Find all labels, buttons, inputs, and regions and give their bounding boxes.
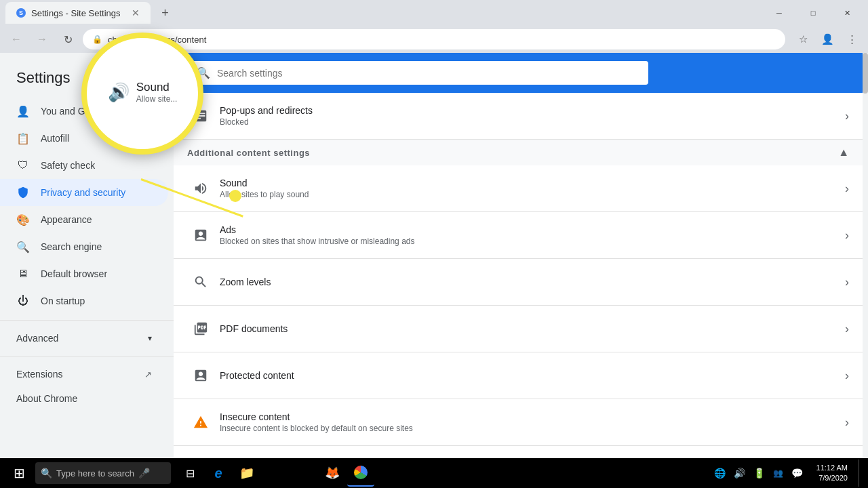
popups-redirects-item[interactable]: Pop-ups and redirects Blocked › [174, 93, 863, 140]
start-button[interactable]: ⊞ [5, 460, 33, 487]
minimize-button[interactable]: ─ [764, 2, 795, 24]
insecure-content-icon [187, 409, 214, 436]
protected-content-text: Protected content [214, 370, 845, 381]
ads-item[interactable]: Ads Blocked on sites that show intrusive… [174, 212, 863, 259]
tooltip-dot [229, 190, 241, 202]
zoom-icon [187, 268, 214, 296]
search-engine-icon: 🔍 [16, 240, 30, 253]
zoom-arrow: › [845, 275, 849, 289]
extensions-label: Extensions [16, 369, 62, 380]
store-button[interactable]: 🛍 [262, 460, 289, 487]
search-settings-input[interactable] [217, 68, 639, 79]
pdf-documents-item[interactable]: PDF documents › [174, 306, 863, 352]
scrollbar-track[interactable] [863, 53, 868, 458]
tab-close-icon[interactable]: ✕ [132, 7, 140, 18]
forward-button[interactable]: → [31, 28, 53, 50]
sidebar-item-about-chrome[interactable]: About Chrome [0, 386, 168, 411]
pdf-arrow: › [845, 322, 849, 336]
advanced-expand[interactable]: Advanced ▾ [0, 326, 168, 350]
search-settings-bar[interactable]: 🔍 [187, 61, 648, 85]
ads-arrow: › [845, 228, 849, 243]
sidebar-item-privacy-security[interactable]: Privacy and security [0, 179, 168, 206]
taskbar-mic-icon[interactable]: 🎤 [138, 468, 150, 479]
window-controls: ─ □ ✕ [764, 2, 863, 24]
active-tab[interactable]: S Settings - Site Settings ✕ [5, 2, 151, 24]
sound-subtitle: Allow sites to play sound [220, 190, 845, 199]
tooltip-sound-icon: 🔊 [108, 82, 130, 103]
profile-button[interactable]: 👤 [816, 28, 838, 50]
protected-content-icon [187, 362, 214, 389]
sound-item[interactable]: Sound Allow sites to play sound › [174, 165, 863, 212]
bookmark-button[interactable]: ☆ [792, 28, 814, 50]
browser-frame: S Settings - Site Settings ✕ + ─ □ ✕ ← →… [0, 0, 868, 488]
tab-favicon: S [16, 8, 26, 18]
safety-check-icon: 🛡 [16, 159, 30, 172]
popups-text: Pop-ups and redirects Blocked [214, 105, 845, 127]
zoom-title: Zoom levels [220, 277, 845, 287]
menu-button[interactable]: ⋮ [841, 28, 863, 50]
sound-title: Sound [220, 178, 845, 188]
tooltip-circle: 🔊 Sound Allow site... [81, 33, 203, 155]
sidebar-label-privacy-security: Privacy and security [41, 187, 125, 198]
taskbar: ⊞ 🔍 Type here to search 🎤 ⊟ e 📁 🛍 ✉ [0, 458, 868, 488]
sidebar-label-default-browser: Default browser [41, 268, 107, 279]
taskbar-date: 7/9/2020 [816, 473, 848, 483]
additional-content-header[interactable]: Additional content settings ▲ [174, 140, 863, 165]
sidebar-divider [0, 320, 174, 321]
chrome-button[interactable] [347, 460, 374, 487]
refresh-button[interactable]: ↻ [57, 28, 79, 50]
tooltip-overlay: 🔊 Sound Allow site... [81, 33, 203, 155]
taskbar-apps: ⊟ e 📁 🛍 ✉ 🦊 [176, 460, 374, 487]
scrollbar-thumb[interactable] [863, 53, 868, 94]
file-explorer-button[interactable]: 📁 [233, 460, 260, 487]
ads-subtitle: Blocked on sites that show intrusive or … [220, 237, 845, 246]
sidebar-item-on-startup[interactable]: ⏻ On startup [0, 287, 168, 314]
action-center-icon[interactable]: 💬 [789, 466, 806, 480]
task-view-button[interactable]: ⊟ [176, 460, 203, 487]
protected-content-item[interactable]: Protected content › [174, 352, 863, 399]
sidebar-item-search-engine[interactable]: 🔍 Search engine [0, 233, 168, 260]
sidebar-label-autofill: Autofill [41, 133, 69, 144]
advanced-arrow: ▾ [148, 333, 152, 343]
battery-icon[interactable]: 🔋 [751, 466, 768, 480]
tooltip-content: 🔊 Sound Allow site... [101, 74, 184, 113]
firefox-button[interactable]: 🦊 [319, 460, 346, 487]
notification-icon[interactable]: 👥 [770, 467, 786, 479]
new-tab-button[interactable]: + [156, 3, 175, 22]
privacy-security-icon [16, 186, 30, 199]
sidebar-label-safety-check: Safety check [41, 160, 95, 171]
store-icon: 🛍 [269, 466, 281, 481]
insecure-content-text: Insecure content Insecure content is blo… [214, 411, 845, 433]
taskbar-search-bar[interactable]: 🔍 Type here to search 🎤 [35, 462, 171, 484]
volume-icon[interactable]: 🔊 [731, 466, 748, 480]
sidebar-divider-2 [0, 356, 174, 357]
about-chrome-label: About Chrome [16, 393, 77, 404]
maximize-button[interactable]: □ [797, 2, 829, 24]
sidebar-item-extensions[interactable]: Extensions ↗ [0, 362, 168, 386]
close-button[interactable]: ✕ [831, 2, 863, 24]
task-view-icon: ⊟ [186, 467, 195, 480]
insecure-content-subtitle: Insecure content is blocked by default o… [220, 424, 845, 433]
taskbar-sys-icons: 🌐 🔊 🔋 👥 💬 [711, 466, 806, 480]
default-browser-icon: 🖥 [16, 267, 30, 281]
settings-list: Pop-ups and redirects Blocked › Addition… [174, 93, 863, 446]
sidebar-item-appearance[interactable]: 🎨 Appearance [0, 206, 168, 233]
insecure-content-item[interactable]: Insecure content Insecure content is blo… [174, 399, 863, 446]
zoom-levels-item[interactable]: Zoom levels › [174, 259, 863, 306]
edge-button[interactable]: e [205, 460, 232, 487]
start-icon: ⊞ [14, 465, 25, 481]
network-icon[interactable]: 🌐 [711, 466, 728, 480]
taskbar-clock[interactable]: 11:12 AM 7/9/2020 [811, 463, 853, 484]
insecure-content-arrow: › [845, 415, 849, 430]
protected-content-arrow: › [845, 369, 849, 383]
sidebar-item-default-browser[interactable]: 🖥 Default browser [0, 260, 168, 287]
sound-arrow: › [845, 182, 849, 196]
back-button[interactable]: ← [5, 28, 27, 50]
sidebar-item-safety-check[interactable]: 🛡 Safety check [0, 152, 168, 179]
advanced-label: Advanced [16, 333, 58, 344]
show-desktop-button[interactable] [859, 460, 863, 487]
zoom-text: Zoom levels [214, 277, 845, 287]
edge-icon: e [214, 466, 222, 481]
mail-button[interactable]: ✉ [290, 460, 317, 487]
ads-title: Ads [220, 224, 845, 235]
